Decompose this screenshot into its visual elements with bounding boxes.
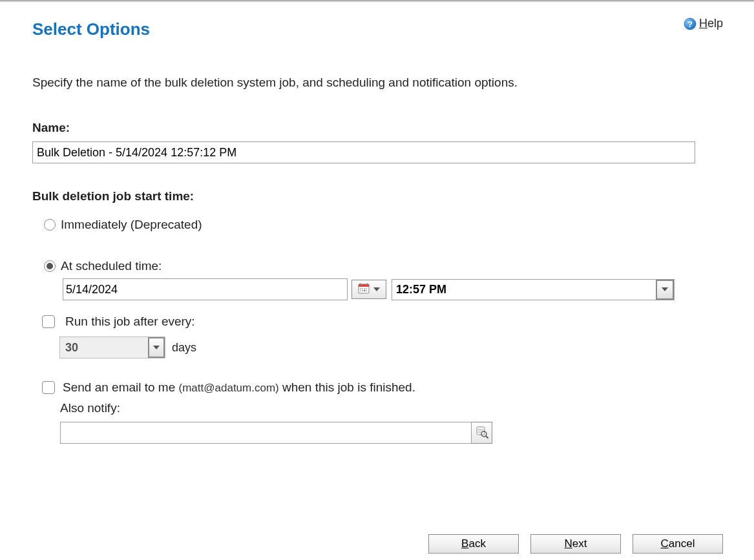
wizard-footer: Back Next Cancel bbox=[0, 528, 754, 560]
page-description: Specify the name of the bulk deletion sy… bbox=[32, 76, 723, 90]
name-label: Name: bbox=[32, 121, 723, 135]
time-input[interactable] bbox=[392, 279, 675, 300]
lookup-button[interactable] bbox=[472, 422, 492, 444]
send-email-address: (matt@adatum.com) bbox=[179, 382, 279, 394]
radio-immediately-label: Immediately (Deprecated) bbox=[61, 218, 202, 232]
svg-rect-5 bbox=[367, 283, 368, 285]
svg-text:?: ? bbox=[687, 19, 693, 29]
svg-rect-9 bbox=[366, 288, 367, 289]
run-every-label: Run this job after every: bbox=[65, 315, 195, 329]
svg-rect-15 bbox=[477, 429, 483, 430]
interval-dropdown-button[interactable] bbox=[148, 337, 165, 358]
checkbox-send-email[interactable] bbox=[42, 381, 55, 394]
svg-rect-7 bbox=[362, 288, 363, 289]
chevron-down-icon bbox=[153, 346, 160, 349]
cancel-button[interactable]: Cancel bbox=[633, 534, 723, 554]
also-notify-input[interactable] bbox=[60, 422, 472, 444]
date-input[interactable] bbox=[63, 278, 348, 300]
svg-rect-4 bbox=[360, 283, 361, 285]
back-button[interactable]: Back bbox=[428, 534, 519, 554]
wizard-page: Select Options ? Help Specify the name o… bbox=[0, 3, 754, 560]
svg-rect-10 bbox=[360, 290, 361, 291]
help-icon: ? bbox=[684, 17, 696, 30]
also-notify-label: Also notify: bbox=[60, 401, 723, 415]
chevron-down-icon bbox=[662, 287, 668, 291]
help-link[interactable]: ? Help bbox=[684, 17, 723, 30]
time-dropdown-button[interactable] bbox=[656, 280, 674, 300]
interval-wrap bbox=[59, 337, 165, 358]
svg-rect-16 bbox=[477, 430, 483, 431]
run-every-row: Run this job after every: bbox=[42, 315, 723, 329]
svg-rect-17 bbox=[477, 432, 481, 433]
also-notify-row bbox=[60, 422, 723, 444]
start-time-label: Bulk deletion job start time: bbox=[32, 189, 723, 203]
scheduled-inputs bbox=[63, 278, 723, 300]
time-input-wrap bbox=[392, 279, 675, 300]
name-input[interactable] bbox=[32, 141, 695, 163]
header-row: Select Options ? Help bbox=[32, 17, 723, 39]
svg-rect-12 bbox=[364, 290, 365, 291]
calendar-icon bbox=[358, 283, 372, 296]
radio-immediately-row: Immediately (Deprecated) bbox=[44, 218, 723, 232]
svg-line-19 bbox=[486, 436, 488, 438]
date-picker-button[interactable] bbox=[351, 280, 386, 299]
svg-rect-8 bbox=[364, 288, 365, 289]
svg-rect-11 bbox=[362, 290, 363, 291]
help-label: Help bbox=[699, 17, 723, 30]
next-button[interactable]: Next bbox=[530, 534, 621, 554]
interval-unit-label: days bbox=[172, 341, 196, 355]
chevron-down-icon bbox=[373, 287, 380, 291]
lookup-icon bbox=[476, 426, 488, 441]
svg-rect-6 bbox=[360, 288, 361, 289]
send-email-suffix: when this job is finished. bbox=[282, 380, 415, 394]
radio-scheduled-label: At scheduled time: bbox=[61, 259, 162, 273]
send-email-row: Send an email to me (matt@adatum.com) wh… bbox=[42, 380, 723, 395]
radio-immediately[interactable] bbox=[44, 219, 56, 231]
radio-scheduled[interactable] bbox=[44, 260, 56, 272]
checkbox-run-every[interactable] bbox=[42, 315, 55, 328]
send-email-label: Send an email to me (matt@adatum.com) wh… bbox=[63, 380, 415, 395]
interval-row: days bbox=[59, 337, 723, 358]
send-email-prefix: Send an email to me bbox=[63, 380, 175, 394]
svg-rect-13 bbox=[366, 290, 367, 291]
page-title: Select Options bbox=[32, 19, 150, 39]
radio-scheduled-row: At scheduled time: bbox=[44, 259, 723, 273]
